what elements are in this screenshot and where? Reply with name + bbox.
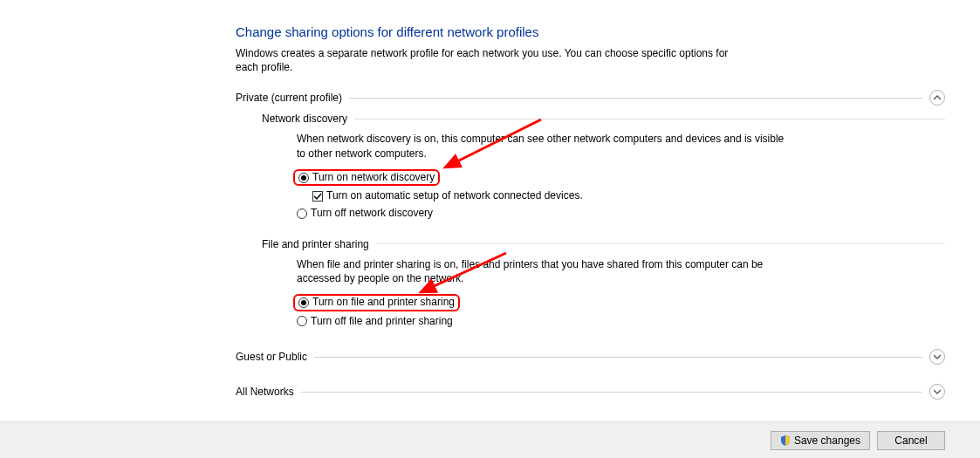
radio-label: Turn on file and printer sharing xyxy=(312,296,455,310)
network-discovery-description: When network discovery is on, this compu… xyxy=(297,132,785,160)
radio-icon xyxy=(297,208,307,219)
checkbox-auto-setup[interactable]: Turn on automatic setup of network conne… xyxy=(312,188,945,205)
all-networks-label: All Networks xyxy=(236,386,301,398)
file-printer-heading: File and printer sharing xyxy=(262,238,376,250)
radio-network-discovery-on[interactable]: Turn on network discovery xyxy=(297,167,945,188)
network-discovery-heading: Network discovery xyxy=(262,113,354,125)
network-discovery-heading-row: Network discovery xyxy=(262,113,945,125)
checkbox-label: Turn on automatic setup of network conne… xyxy=(326,189,583,203)
radio-icon xyxy=(297,316,307,326)
file-printer-heading-row: File and printer sharing xyxy=(262,238,945,250)
divider xyxy=(376,243,945,244)
radio-label: Turn off file and printer sharing xyxy=(311,315,453,329)
private-profile-header[interactable]: Private (current profile) xyxy=(236,90,945,106)
guest-public-header[interactable]: Guest or Public xyxy=(236,349,945,365)
page-description: Windows creates a separate network profi… xyxy=(236,46,742,74)
radio-icon xyxy=(298,173,309,183)
file-printer-description: When file and printer sharing is on, fil… xyxy=(297,257,785,285)
annotation-highlight: Turn on network discovery xyxy=(293,169,440,187)
all-networks-header[interactable]: All Networks xyxy=(236,384,945,400)
save-button-label: Save changes xyxy=(794,434,860,447)
page-title: Change sharing options for different net… xyxy=(236,24,945,39)
annotation-highlight: Turn on file and printer sharing xyxy=(293,294,460,311)
divider xyxy=(301,392,922,393)
checkbox-icon xyxy=(312,191,323,202)
divider xyxy=(314,357,922,358)
radio-label: Turn off network discovery xyxy=(311,207,433,221)
radio-file-printer-on[interactable]: Turn on file and printer sharing xyxy=(297,292,945,313)
guest-public-label: Guest or Public xyxy=(236,351,314,363)
divider xyxy=(349,98,922,99)
radio-network-discovery-off[interactable]: Turn off network discovery xyxy=(297,205,945,222)
cancel-button-label: Cancel xyxy=(894,434,927,447)
chevron-down-icon[interactable] xyxy=(929,349,945,365)
radio-icon xyxy=(298,297,309,308)
footer-bar: Save changes Cancel xyxy=(0,421,980,458)
shield-icon xyxy=(780,435,791,446)
chevron-up-icon[interactable] xyxy=(929,90,945,106)
save-changes-button[interactable]: Save changes xyxy=(771,431,870,450)
cancel-button[interactable]: Cancel xyxy=(877,431,945,450)
radio-file-printer-off[interactable]: Turn off file and printer sharing xyxy=(297,313,945,331)
radio-label: Turn on network discovery xyxy=(312,171,435,185)
main-panel: Change sharing options for different net… xyxy=(0,0,980,400)
divider xyxy=(354,119,945,120)
chevron-down-icon[interactable] xyxy=(929,384,945,400)
private-profile-label: Private (current profile) xyxy=(236,92,349,104)
